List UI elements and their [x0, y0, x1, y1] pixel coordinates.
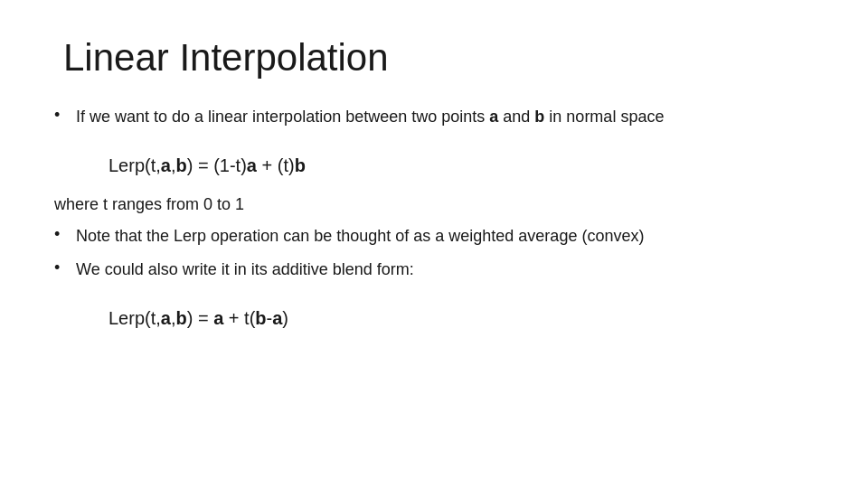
bullet1-bold-b: b [534, 108, 544, 126]
where-text: where t ranges from 0 to 1 [54, 192, 814, 217]
slide: Linear Interpolation • If we want to do … [0, 0, 868, 488]
formula2-bold-b: b [176, 308, 187, 328]
slide-content: • If we want to do a linear interpolatio… [54, 105, 814, 345]
formula2-suffix: ) = [187, 308, 213, 328]
bullet-dot-2: • [54, 225, 71, 244]
bullet-dot-1: • [54, 106, 71, 125]
formula1-bold-b: b [176, 155, 187, 175]
bullet1-text-after: in normal space [544, 108, 664, 126]
formula-block-2: Lerp(t,a,b) = a + t(b-a) [108, 304, 814, 333]
formula2-close: ) [282, 308, 288, 328]
bullet-item-3: • We could also write it in its additive… [54, 258, 814, 282]
formula2-bold-a: a [161, 308, 171, 328]
bullet-text-2: Note that the Lerp operation can be thou… [76, 224, 644, 249]
bullet-item-2: • Note that the Lerp operation can be th… [54, 224, 814, 249]
bullet-text-1: If we want to do a linear interpolation … [76, 105, 664, 129]
formula1-suffix: ) = (1-t) [187, 155, 247, 175]
formula2-bold-b2: b [255, 308, 266, 328]
formula1-plus: + (t) [257, 155, 295, 175]
formula2-prefix: Lerp(t, [108, 308, 161, 328]
bullet-dot-3: • [54, 258, 71, 277]
slide-title: Linear Interpolation [63, 36, 814, 80]
formula2-bold-a2: a [213, 308, 223, 328]
formula-1: Lerp(t,a,b) = (1-t)a + (t)b [108, 155, 306, 175]
bullet-item-1: • If we want to do a linear interpolatio… [54, 105, 814, 129]
formula1-prefix: Lerp(t, [108, 155, 161, 175]
bullet1-bold-a: a [489, 108, 498, 126]
bullet-text-3: We could also write it in its additive b… [76, 258, 414, 282]
bullet1-text-middle: and [498, 108, 534, 126]
bullet1-text-before: If we want to do a linear interpolation … [76, 108, 489, 126]
formula1-bold-a2: a [247, 155, 257, 175]
formula-block-1: Lerp(t,a,b) = (1-t)a + (t)b [108, 151, 814, 180]
formula1-bold-b2: b [295, 155, 306, 175]
formula1-bold-a: a [161, 155, 171, 175]
formula2-bold-a3: a [272, 308, 282, 328]
formula-2: Lerp(t,a,b) = a + t(b-a) [108, 308, 288, 328]
formula2-plus: + t( [223, 308, 255, 328]
